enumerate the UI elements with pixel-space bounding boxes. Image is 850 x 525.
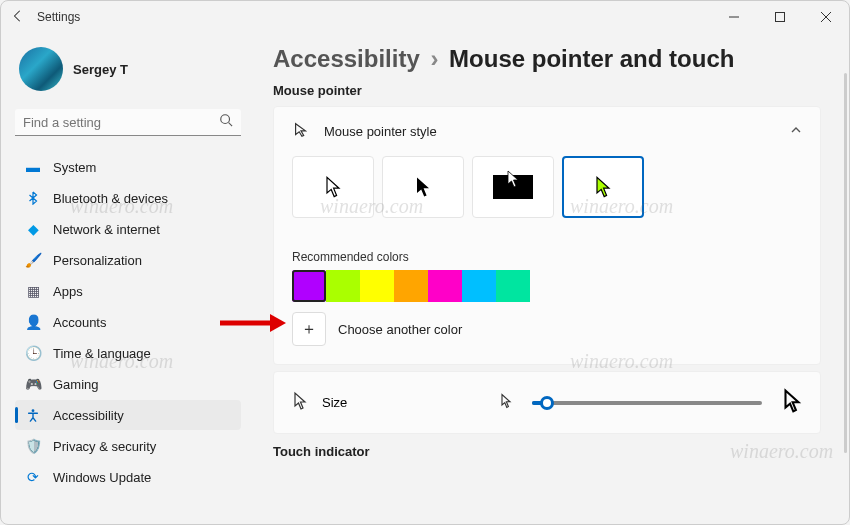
section-mouse-pointer: Mouse pointer	[273, 83, 821, 98]
sidebar-item-accessibility[interactable]: Accessibility	[15, 400, 241, 430]
sidebar-item-label: Personalization	[53, 253, 142, 268]
swatch-yellow[interactable]	[360, 270, 394, 302]
sidebar-item-label: Time & language	[53, 346, 151, 361]
back-button[interactable]	[11, 9, 25, 26]
profile[interactable]: Sergey T	[15, 41, 241, 105]
sidebar-item-update[interactable]: ⟳Windows Update	[15, 462, 241, 492]
choose-color-label: Choose another color	[338, 322, 462, 337]
gamepad-icon: 🎮	[25, 376, 41, 392]
breadcrumb: Accessibility › Mouse pointer and touch	[273, 45, 821, 73]
nav: ▬System Bluetooth & devices ◆Network & i…	[15, 152, 241, 492]
sidebar-item-label: Network & internet	[53, 222, 160, 237]
sidebar-item-label: Gaming	[53, 377, 99, 392]
svg-point-6	[32, 409, 35, 412]
breadcrumb-parent[interactable]: Accessibility	[273, 45, 420, 72]
clock-icon: 🕒	[25, 345, 41, 361]
bluetooth-icon	[25, 190, 41, 206]
swatch-cyan[interactable]	[462, 270, 496, 302]
sidebar: Sergey T ▬System Bluetooth & devices ◆Ne…	[1, 33, 249, 524]
update-icon: ⟳	[25, 469, 41, 485]
cursor-large-icon	[782, 388, 802, 417]
pointer-style-label: Mouse pointer style	[324, 124, 437, 139]
breadcrumb-current: Mouse pointer and touch	[449, 45, 734, 72]
swatch-magenta[interactable]	[428, 270, 462, 302]
color-swatches	[274, 270, 820, 312]
swatch-teal[interactable]	[496, 270, 530, 302]
sidebar-item-time[interactable]: 🕒Time & language	[15, 338, 241, 368]
person-icon: 👤	[25, 314, 41, 330]
brush-icon: 🖌️	[25, 252, 41, 268]
svg-rect-1	[776, 13, 785, 22]
chevron-right-icon: ›	[430, 45, 438, 72]
size-card[interactable]: Size	[273, 371, 821, 434]
pointer-style-header[interactable]: Mouse pointer style	[274, 107, 820, 156]
plus-icon: ＋	[301, 319, 317, 340]
sidebar-item-label: System	[53, 160, 96, 175]
sidebar-item-label: Apps	[53, 284, 83, 299]
display-icon: ▬	[25, 159, 41, 175]
cursor-small-icon	[500, 393, 512, 412]
avatar	[19, 47, 63, 91]
size-slider[interactable]	[532, 401, 762, 405]
search-icon	[219, 113, 233, 131]
shield-icon: 🛡️	[25, 438, 41, 454]
sidebar-item-gaming[interactable]: 🎮Gaming	[15, 369, 241, 399]
close-button[interactable]	[803, 1, 849, 33]
chevron-up-icon	[790, 124, 802, 139]
style-black[interactable]	[382, 156, 464, 218]
svg-line-5	[229, 123, 233, 127]
sidebar-item-apps[interactable]: ▦Apps	[15, 276, 241, 306]
profile-name: Sergey T	[73, 62, 128, 77]
pointer-style-options	[274, 156, 820, 236]
style-white[interactable]	[292, 156, 374, 218]
settings-window: Settings Sergey T ▬System Bluetooth & de…	[0, 0, 850, 525]
accessibility-icon	[25, 407, 41, 423]
sidebar-item-privacy[interactable]: 🛡️Privacy & security	[15, 431, 241, 461]
search-box[interactable]	[15, 109, 241, 136]
window-title: Settings	[37, 10, 80, 24]
choose-color-button[interactable]: ＋	[292, 312, 326, 346]
minimize-button[interactable]	[711, 1, 757, 33]
swatch-purple[interactable]	[292, 270, 326, 302]
cursor-style-icon	[292, 121, 310, 142]
sidebar-item-label: Bluetooth & devices	[53, 191, 168, 206]
recommended-colors-label: Recommended colors	[274, 236, 820, 270]
style-custom[interactable]	[562, 156, 644, 218]
sidebar-item-label: Windows Update	[53, 470, 151, 485]
scrollbar[interactable]	[844, 73, 847, 453]
svg-point-4	[221, 115, 230, 124]
sidebar-item-label: Privacy & security	[53, 439, 156, 454]
sidebar-item-network[interactable]: ◆Network & internet	[15, 214, 241, 244]
main-panel: Accessibility › Mouse pointer and touch …	[249, 33, 849, 524]
slider-thumb[interactable]	[540, 396, 554, 410]
window-controls	[711, 1, 849, 33]
sidebar-item-personalization[interactable]: 🖌️Personalization	[15, 245, 241, 275]
sidebar-item-accounts[interactable]: 👤Accounts	[15, 307, 241, 337]
section-touch-indicator: Touch indicator	[273, 444, 821, 459]
cursor-size-icon	[292, 391, 308, 414]
wifi-icon: ◆	[25, 221, 41, 237]
swatch-lime[interactable]	[326, 270, 360, 302]
search-input[interactable]	[23, 115, 219, 130]
apps-icon: ▦	[25, 283, 41, 299]
sidebar-item-label: Accounts	[53, 315, 106, 330]
sidebar-item-system[interactable]: ▬System	[15, 152, 241, 182]
size-label: Size	[322, 395, 347, 410]
maximize-button[interactable]	[757, 1, 803, 33]
sidebar-item-label: Accessibility	[53, 408, 124, 423]
pointer-style-card: Mouse pointer style Recommended colors	[273, 106, 821, 365]
sidebar-item-bluetooth[interactable]: Bluetooth & devices	[15, 183, 241, 213]
titlebar: Settings	[1, 1, 849, 33]
swatch-orange[interactable]	[394, 270, 428, 302]
style-inverted[interactable]	[472, 156, 554, 218]
